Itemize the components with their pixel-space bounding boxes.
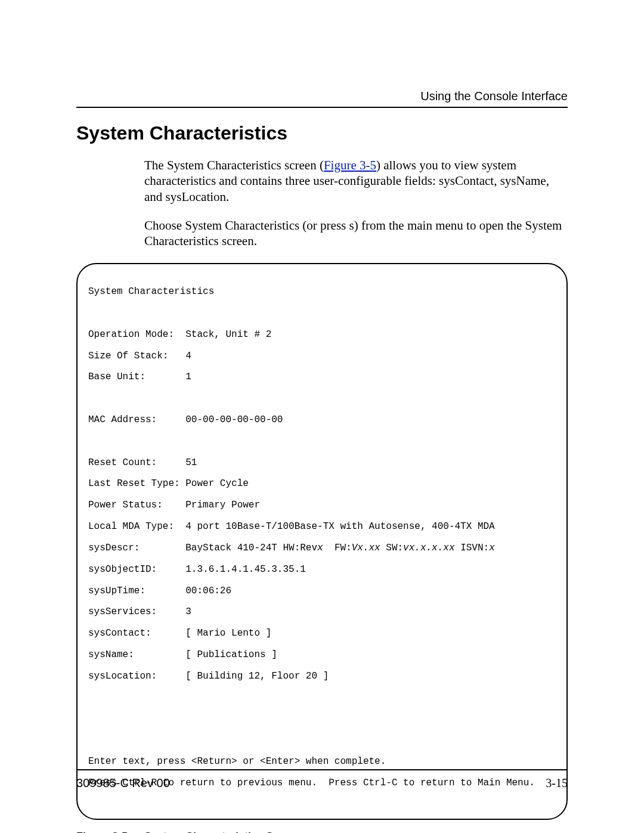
- op-mode-label: Operation Mode:: [88, 330, 185, 340]
- size-value: 4: [185, 351, 191, 361]
- rule-bottom: [76, 769, 568, 770]
- mac-label: MAC Address:: [88, 415, 185, 426]
- reset-count-value: 51: [185, 457, 197, 468]
- blank-row: [88, 436, 556, 447]
- sysdescr-mid1: FW:: [323, 543, 352, 553]
- para1-pre: The System Characteristics screen (: [144, 158, 324, 172]
- uptime-value: 00:06:26: [185, 586, 231, 596]
- mda-label: Local MDA Type:: [88, 522, 185, 532]
- sysdescr-fw: Vx.xx: [352, 543, 380, 553]
- sysdescr-pre: BayStack 410-24T HW:Rev: [185, 543, 317, 553]
- blank-row: [88, 735, 556, 746]
- sysdescr-x1: x: [317, 543, 323, 553]
- base-label: Base Unit:: [88, 372, 185, 383]
- row-oid: sysObjectID:1.3.6.1.4.1.45.3.35.1: [88, 565, 556, 575]
- mac-value: 00-00-00-00-00-00: [185, 414, 283, 425]
- paragraph-2: Choose System Characteristics (or press …: [144, 218, 568, 249]
- last-reset-label: Last Reset Type:: [88, 479, 185, 490]
- row-contact: sysContact:[ Mario Lento ]: [88, 628, 556, 639]
- footer-page-number: 3-15: [546, 776, 568, 790]
- row-sysdescr: sysDescr:BayStack 410-24T HW:Revx FW:Vx.…: [88, 543, 556, 554]
- last-reset-value: Power Cycle: [185, 478, 249, 489]
- caption-number: Figure 3-5.: [76, 831, 144, 833]
- console-screen: System Characteristics Operation Mode:St…: [76, 263, 568, 819]
- loc-value: [ Building 12, Floor 20 ]: [185, 671, 329, 682]
- contact-value: [ Mario Lento ]: [185, 628, 271, 639]
- running-head: Using the Console Interface: [76, 89, 568, 103]
- row-last-reset: Last Reset Type:Power Cycle: [88, 479, 556, 490]
- row-op-mode: Operation Mode:Stack, Unit # 2: [88, 330, 556, 340]
- contact-label: sysContact:: [88, 628, 185, 639]
- section-title: System Characteristics: [76, 122, 568, 144]
- row-location: sysLocation:[ Building 12, Floor 20 ]: [88, 671, 556, 682]
- op-mode-value: Stack, Unit # 2: [185, 329, 271, 340]
- size-label: Size Of Stack:: [88, 351, 185, 362]
- sysdescr-mid3: ISVN:: [455, 543, 490, 553]
- figure-caption: Figure 3-5.System Characteristics Screen: [76, 831, 568, 833]
- row-power: Power Status:Primary Power: [88, 500, 556, 511]
- body-text: The System Characteristics screen (Figur…: [144, 157, 568, 249]
- rule-top: [76, 107, 568, 108]
- row-uptime: sysUpTime:00:06:26: [88, 586, 556, 597]
- footer-doc-id: 309985-C Rev 00: [76, 776, 170, 790]
- help-line-1: Enter text, press <Return> or <Enter> wh…: [88, 757, 556, 767]
- sysdescr-label: sysDescr:: [88, 543, 185, 554]
- uptime-label: sysUpTime:: [88, 586, 185, 597]
- reset-count-label: Reset Count:: [88, 458, 185, 469]
- figure-3-5-link[interactable]: Figure 3-5: [324, 158, 376, 172]
- page: Using the Console Interface System Chara…: [0, 0, 644, 833]
- blank-row: [88, 714, 556, 724]
- row-mda: Local MDA Type:4 port 10Base-T/100Base-T…: [88, 522, 556, 532]
- footer: 309985-C Rev 00 3-15: [76, 769, 568, 790]
- caption-title: System Characteristics Screen: [144, 831, 302, 833]
- oid-label: sysObjectID:: [88, 565, 185, 575]
- row-services: sysServices:3: [88, 607, 556, 618]
- loc-label: sysLocation:: [88, 671, 185, 682]
- base-value: 1: [185, 371, 191, 382]
- power-label: Power Status:: [88, 500, 185, 511]
- oid-value: 1.3.6.1.4.1.45.3.35.1: [185, 564, 306, 575]
- services-label: sysServices:: [88, 607, 185, 618]
- sysdescr-mid2: SW:: [380, 543, 403, 553]
- mda-value: 4 port 10Base-T/100Base-TX with Autosens…: [185, 521, 494, 532]
- services-value: 3: [185, 606, 191, 617]
- blank-row: [88, 394, 556, 404]
- row-base: Base Unit:1: [88, 372, 556, 383]
- blank-row: [88, 308, 556, 319]
- power-value: Primary Power: [185, 500, 260, 510]
- screen-title: System Characteristics: [88, 287, 556, 298]
- name-label: sysName:: [88, 650, 185, 661]
- row-reset-count: Reset Count:51: [88, 458, 556, 469]
- row-name: sysName:[ Publications ]: [88, 650, 556, 661]
- row-mac: MAC Address:00-00-00-00-00-00: [88, 415, 556, 426]
- paragraph-1: The System Characteristics screen (Figur…: [144, 157, 568, 205]
- sysdescr-x2: x: [489, 543, 495, 553]
- name-value: [ Publications ]: [185, 649, 277, 660]
- blank-row: [88, 693, 556, 704]
- row-size: Size Of Stack:4: [88, 351, 556, 362]
- sysdescr-sw: vx.x.x.xx: [403, 543, 454, 553]
